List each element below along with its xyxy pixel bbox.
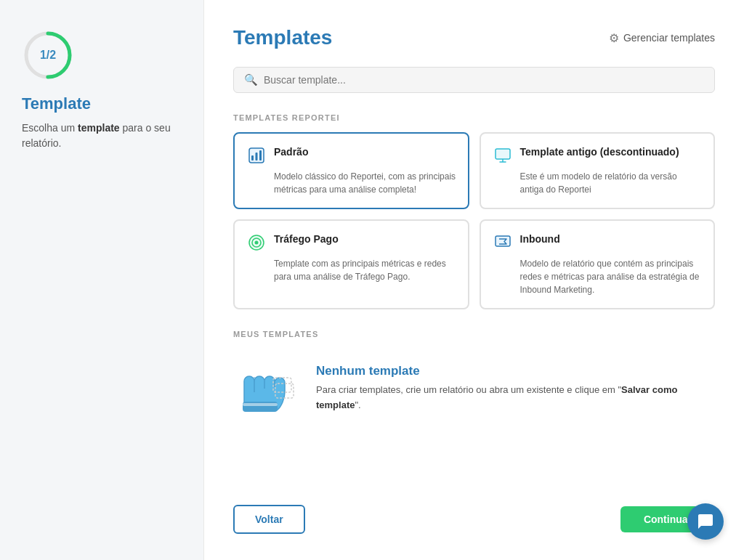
svg-rect-6 xyxy=(496,149,510,159)
page-title: Templates xyxy=(233,26,332,49)
svg-point-11 xyxy=(255,241,259,245)
template-card-padrao[interactable]: Padrão Modelo clássico do Reportei, com … xyxy=(233,132,469,209)
card-desc-inbound: Modelo de relatório que contém as princi… xyxy=(493,257,703,296)
empty-state: Nenhum template Para criar templates, cr… xyxy=(233,349,715,429)
svg-rect-4 xyxy=(256,153,258,161)
card-title-padrao: Padrão xyxy=(274,145,308,158)
empty-state-title: Nenhum template xyxy=(316,364,715,378)
monitor-icon xyxy=(493,145,513,166)
my-templates-label: MEUS TEMPLATES xyxy=(233,330,715,338)
card-title-trafego: Tráfego Pago xyxy=(274,232,339,245)
my-templates-section: MEUS TEMPLATES xyxy=(233,330,715,429)
svg-rect-3 xyxy=(251,155,254,161)
gear-icon: ⚙ xyxy=(609,31,619,45)
card-desc-trafego: Template com as principais métricas e re… xyxy=(246,257,456,283)
search-bar: 🔍 xyxy=(233,67,715,93)
search-icon: 🔍 xyxy=(244,73,258,86)
svg-rect-12 xyxy=(496,236,510,246)
target-icon xyxy=(246,232,267,253)
card-desc-padrao: Modelo clássico do Reportei, com as prin… xyxy=(246,170,456,196)
reportei-templates-label: TEMPLATES REPORTEI xyxy=(233,113,715,122)
sidebar: 1/2 Template Escolha um template para o … xyxy=(0,0,203,560)
main-header: Templates ⚙ Gerenciar templates xyxy=(233,26,715,49)
sidebar-title: Template xyxy=(22,94,91,113)
footer-actions: Voltar Continuar xyxy=(233,493,715,534)
sidebar-description: Escolha um template para o seu relatório… xyxy=(22,121,182,151)
main-content: Templates ⚙ Gerenciar templates 🔍 TEMPLA… xyxy=(203,0,744,560)
card-desc-antigo: Este é um modelo de relatório da versão … xyxy=(493,170,703,196)
back-button[interactable]: Voltar xyxy=(233,505,305,534)
search-input[interactable] xyxy=(264,74,704,86)
svg-rect-14 xyxy=(243,403,278,406)
template-card-inbound[interactable]: Inbound Modelo de relatório que contém a… xyxy=(480,219,716,309)
card-title-inbound: Inbound xyxy=(520,232,560,245)
template-card-trafego[interactable]: Tráfego Pago Template com as principais … xyxy=(233,219,469,309)
chart-icon xyxy=(246,145,267,166)
chat-icon xyxy=(697,513,714,530)
empty-illustration xyxy=(233,356,299,421)
template-card-antigo[interactable]: Template antigo (descontinuado) Este é u… xyxy=(480,132,716,209)
progress-circle: 1/2 xyxy=(22,29,74,81)
card-title-antigo: Template antigo (descontinuado) xyxy=(520,145,679,158)
empty-state-description: Para criar templates, crie um relatório … xyxy=(316,383,715,413)
progress-label: 1/2 xyxy=(40,49,56,62)
svg-rect-5 xyxy=(259,150,262,161)
chat-button[interactable] xyxy=(687,503,724,540)
flag-icon xyxy=(493,232,513,253)
templates-grid: Padrão Modelo clássico do Reportei, com … xyxy=(233,132,715,309)
empty-text-block: Nenhum template Para criar templates, cr… xyxy=(316,364,715,413)
manage-templates-button[interactable]: ⚙ Gerenciar templates xyxy=(609,31,715,45)
